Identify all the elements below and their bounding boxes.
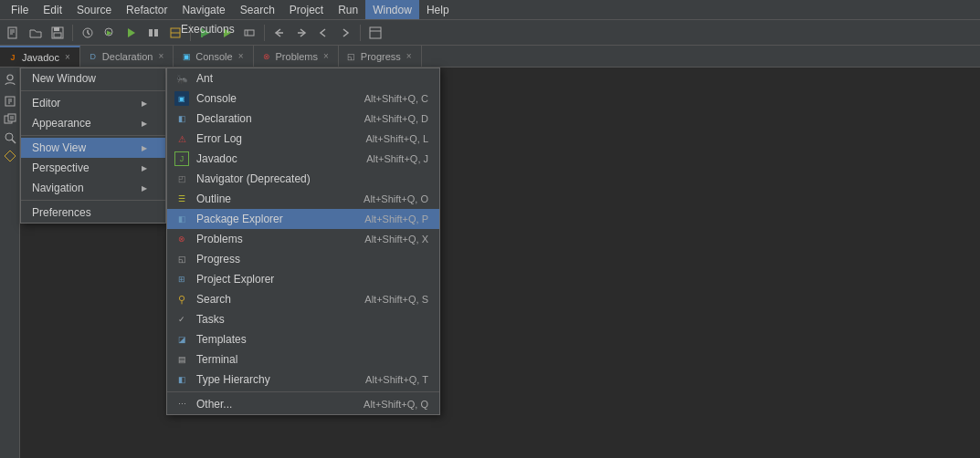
tab-javadoc-close[interactable]: × [63,51,72,63]
showview-outline[interactable]: ☰ Outline Alt+Shift+Q, O [167,189,439,209]
showview-declaration[interactable]: ◧ Declaration Alt+Shift+Q, D [167,109,439,129]
menu-window[interactable]: Window [365,0,419,19]
toolbar-forward[interactable] [291,23,311,43]
showview-submenu[interactable]: 🐜 Ant ▣ Console Alt+Shift+Q, C ◧ Declara… [166,68,440,415]
menu-sep-3 [21,200,165,201]
svg-rect-14 [154,29,158,36]
progress-icon: ◱ [174,252,189,266]
svg-marker-12 [128,28,135,37]
showview-type-hierarchy[interactable]: ◧ Type Hierarchy Alt+Shift+Q, T [167,370,439,390]
toolbar-btn-1[interactable] [78,23,98,43]
outline-icon: ☰ [174,192,189,206]
tab-console[interactable]: ▣ Console × [174,46,253,67]
menu-project[interactable]: Project [282,0,331,19]
menu-item-new-window[interactable]: New Window [21,68,165,88]
menu-item-preferences[interactable]: Preferences [21,203,165,223]
tab-javadoc-label: Javadoc [22,52,59,63]
toolbar-btn-6[interactable] [239,23,259,43]
showview-progress-label: Progress [196,253,240,265]
sidebar-icon-1[interactable] [2,71,18,88]
showview-outline-label: Outline [196,193,231,205]
showview-problems[interactable]: ⊗ Problems Alt+Shift+Q, X [167,229,439,249]
showview-navigator[interactable]: ◰ Navigator (Deprecated) [167,169,439,189]
tab-progress-close[interactable]: × [405,50,414,62]
toolbar-btn-9[interactable] [365,23,385,43]
showview-search[interactable]: ⚲ Search Alt+Shift+Q, S [167,289,439,309]
menu-item-show-view-label: Show View [32,141,86,154]
showview-declaration-shortcut: Alt+Shift+Q, D [364,113,428,124]
menu-item-appearance-label: Appearance [32,117,91,130]
toolbar-btn-3[interactable] [121,23,142,43]
sidebar-icon-4[interactable] [2,130,18,146]
menu-item-editor[interactable]: Editor [21,93,165,113]
menu-navigate[interactable]: Navigate [174,0,232,19]
showview-sep [167,391,439,392]
toolbar-save[interactable] [47,23,68,43]
toolbar-btn-4[interactable] [143,23,163,43]
showview-package-explorer-label: Package Explorer [196,213,283,225]
showview-outline-shortcut: Alt+Shift+Q, O [364,193,428,204]
svg-rect-0 [8,27,16,38]
tab-console-close[interactable]: × [237,50,246,62]
sidebar-icon-5[interactable] [2,148,18,164]
menu-help[interactable]: Help [419,0,457,19]
tab-problems[interactable]: ⊗ Problems × [254,46,339,67]
sidebar-left [0,68,20,458]
menu-run[interactable]: Run [331,0,365,19]
projexplorer-icon: ⊞ [174,272,189,286]
tabs-bar: J Javadoc × D Declaration × ▣ Console × … [0,46,980,68]
menu-item-appearance[interactable]: Appearance [21,113,165,133]
showview-terminal[interactable]: ▤ Terminal [167,349,439,370]
menu-file[interactable]: File [4,0,36,19]
editor-area[interactable]: Executions New Window Editor Appearance … [20,68,980,458]
menu-item-navigation[interactable]: Navigation [21,178,165,198]
tab-progress[interactable]: ◱ Progress × [339,46,422,67]
menu-item-show-view[interactable]: Show View [21,138,165,158]
tab-declaration-close[interactable]: × [156,50,165,62]
sidebar-icon-2[interactable] [2,93,18,109]
toolbar-back[interactable] [269,23,290,43]
showview-package-explorer-shortcut: Alt+Shift+Q, P [364,213,428,224]
menu-sep-2 [21,135,165,136]
tasks-icon: ✓ [174,312,189,327]
console-icon: ▣ [174,91,189,106]
showview-project-explorer[interactable]: ⊞ Project Explorer [167,269,439,289]
showview-tasks[interactable]: ✓ Tasks [167,309,439,329]
svg-rect-20 [245,30,254,36]
tab-javadoc[interactable]: J Javadoc × [0,46,80,67]
showview-console[interactable]: ▣ Console Alt+Shift+Q, C [167,88,439,109]
tab-declaration[interactable]: D Declaration × [80,46,174,67]
tab-javadoc-icon: J [7,52,18,63]
menu-sep-1 [21,90,165,91]
showview-errorlog-label: Error Log [196,132,242,145]
toolbar-btn-8[interactable] [335,23,355,43]
toolbar-btn-2[interactable]: ▶ [100,23,120,43]
main-area: Executions New Window Editor Appearance … [0,68,980,458]
showview-ant[interactable]: 🐜 Ant [167,68,439,88]
showview-errorlog[interactable]: ⚠ Error Log Alt+Shift+Q, L [167,129,439,149]
toolbar-btn-7[interactable] [313,23,333,43]
menu-source[interactable]: Source [69,0,119,19]
execution-label: Executions [174,20,242,38]
showview-package-explorer[interactable]: ◧ Package Explorer Alt+Shift+Q, P [167,209,439,229]
menu-item-perspective[interactable]: Perspective [21,158,165,178]
menu-refactor[interactable]: Refactor [119,0,174,19]
menu-edit[interactable]: Edit [36,0,69,19]
toolbar-new[interactable] [4,23,24,43]
showview-search-shortcut: Alt+Shift+Q, S [364,294,428,305]
tab-console-label: Console [195,51,232,62]
javadoc-icon: J [174,151,189,166]
menu-item-preferences-label: Preferences [32,206,91,219]
showview-other[interactable]: ⋯ Other... Alt+Shift+Q, Q [167,394,439,414]
sidebar-icon-3[interactable] [2,111,18,128]
toolbar-open[interactable] [26,23,46,43]
showview-other-label: Other... [196,398,232,411]
showview-progress[interactable]: ◱ Progress [167,249,439,269]
svg-point-26 [7,75,13,80]
showview-templates[interactable]: ◪ Templates [167,329,439,349]
tab-problems-close[interactable]: × [321,50,331,62]
menu-search[interactable]: Search [233,0,282,19]
showview-other-shortcut: Alt+Shift+Q, Q [364,399,428,410]
showview-javadoc[interactable]: J Javadoc Alt+Shift+Q, J [167,149,439,169]
window-menu-dropdown[interactable]: New Window Editor Appearance Show View P… [20,68,166,224]
